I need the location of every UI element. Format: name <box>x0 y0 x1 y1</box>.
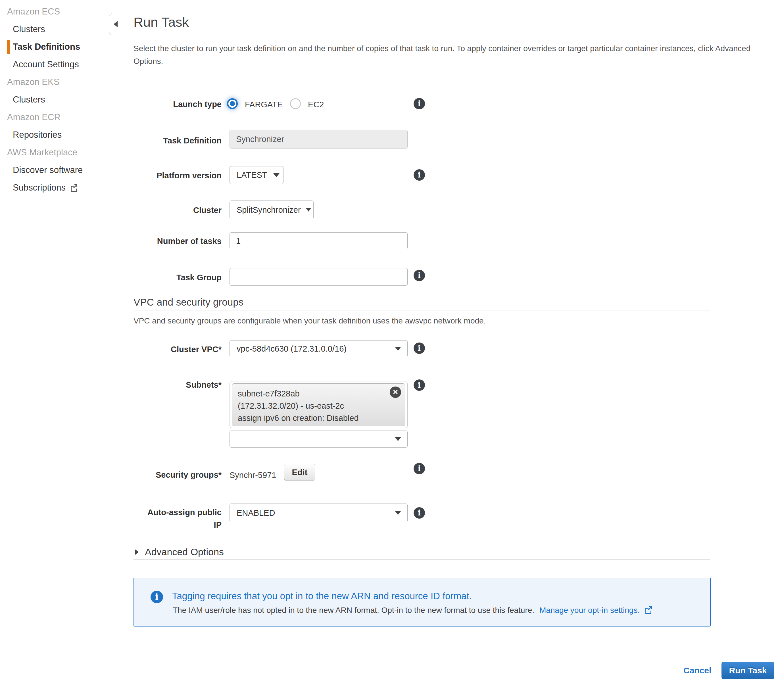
subnets-info-icon[interactable]: i <box>414 380 425 391</box>
sidebar-item-discover-software[interactable]: Discover software <box>7 161 121 179</box>
security-groups-value: Synchr-5971 <box>229 471 276 480</box>
notice-info-icon: i <box>151 591 163 603</box>
external-link-icon <box>70 183 78 192</box>
auto-assign-public-ip-dropdown[interactable]: ENABLED <box>229 503 407 522</box>
sidebar-header-amazon-eks: Amazon EKS <box>7 73 121 91</box>
task-group-info-icon[interactable]: i <box>414 270 425 281</box>
subnet-chip-line: assign ipv6 on creation: Disabled <box>238 412 399 424</box>
subnet-chip-line: (172.31.32.0/20) - us-east-2c <box>238 400 399 412</box>
task-definition-field[interactable] <box>229 130 407 149</box>
sidebar-item-clusters-eks[interactable]: Clusters <box>7 91 121 109</box>
advanced-options-label: Advanced Options <box>145 546 224 557</box>
caret-down-icon <box>273 173 279 177</box>
sidebar-item-task-definitions[interactable]: Task Definitions <box>7 38 121 56</box>
subnets-dropdown[interactable] <box>229 430 407 448</box>
auto-assign-public-ip-label: Auto-assign public IP <box>145 506 222 531</box>
notice-title: Tagging requires that you opt in to the … <box>172 591 472 602</box>
cluster-vpc-info-icon[interactable]: i <box>414 342 425 354</box>
cluster-label: Cluster <box>125 205 222 215</box>
number-of-tasks-label: Number of tasks <box>125 236 222 246</box>
launch-type-info-icon[interactable]: i <box>414 98 425 109</box>
sidebar-collapse-button[interactable] <box>109 13 122 35</box>
subnet-chip: subnet-e7f328ab (172.31.32.0/20) - us-ea… <box>232 383 405 426</box>
cancel-button[interactable]: Cancel <box>683 666 711 675</box>
sidebar-item-account-settings[interactable]: Account Settings <box>7 56 121 73</box>
platform-version-label: Platform version <box>125 171 222 180</box>
active-indicator <box>7 40 10 54</box>
caret-down-icon <box>306 208 311 211</box>
run-task-button[interactable]: Run Task <box>722 662 774 679</box>
sidebar-item-repositories[interactable]: Repositories <box>7 126 121 144</box>
sidebar-header-amazon-ecs: Amazon ECS <box>7 3 121 20</box>
external-link-icon <box>644 605 653 614</box>
subnets-selected-list: subnet-e7f328ab (172.31.32.0/20) - us-ea… <box>229 381 407 428</box>
number-of-tasks-input[interactable] <box>229 232 407 249</box>
security-groups-label: Security groups* <box>125 470 222 480</box>
tagging-notice-box: i Tagging requires that you opt in to th… <box>133 578 711 627</box>
remove-subnet-icon[interactable]: × <box>390 386 401 398</box>
task-group-input[interactable] <box>229 268 407 286</box>
task-definition-label: Task Definition <box>125 136 222 145</box>
vpc-section-description: VPC and security groups are configurable… <box>133 317 486 325</box>
launch-type-radio-ec2[interactable] <box>290 98 301 109</box>
page-description: Select the cluster to run your task defi… <box>133 42 774 68</box>
notice-body: The IAM user/role has not opted in to th… <box>173 605 653 615</box>
caret-down-icon <box>395 437 401 441</box>
advanced-options-toggle[interactable]: Advanced Options <box>135 546 224 557</box>
sidebar-header-amazon-ecr: Amazon ECR <box>7 109 121 126</box>
disclosure-caret-icon <box>135 549 139 555</box>
edit-security-groups-button[interactable]: Edit <box>284 464 315 481</box>
caret-down-icon <box>395 347 401 351</box>
sidebar-header-aws-marketplace: AWS Marketplace <box>7 144 121 161</box>
sidebar-item-subscriptions[interactable]: Subscriptions <box>7 179 121 196</box>
collapse-left-icon <box>114 21 118 27</box>
vpc-section-title: VPC and security groups <box>133 297 243 308</box>
title-divider <box>133 36 780 36</box>
manage-opt-in-settings-link[interactable]: Manage your opt-in settings. <box>539 606 640 615</box>
security-groups-info-icon[interactable]: i <box>414 463 425 474</box>
vpc-section-divider <box>133 310 710 310</box>
auto-assign-public-ip-info-icon[interactable]: i <box>414 507 425 519</box>
cluster-dropdown[interactable]: SplitSynchronizer <box>229 201 313 219</box>
task-group-label: Task Group <box>125 273 222 282</box>
radio-selected-dot-icon <box>230 101 235 106</box>
cluster-vpc-label: Cluster VPC* <box>125 344 222 354</box>
caret-down-icon <box>395 511 401 515</box>
platform-version-dropdown[interactable]: LATEST <box>229 166 284 184</box>
sidebar: Amazon ECS Clusters Task Definitions Acc… <box>0 0 121 685</box>
sidebar-item-clusters-ecs[interactable]: Clusters <box>7 20 121 38</box>
subnets-label: Subnets* <box>125 380 222 390</box>
cluster-vpc-dropdown[interactable]: vpc-58d4c630 (172.31.0.0/16) <box>229 340 407 357</box>
launch-type-label: Launch type <box>125 99 222 109</box>
subnet-chip-line: subnet-e7f328ab <box>238 388 399 400</box>
launch-type-option-fargate-label: FARGATE <box>245 100 282 109</box>
launch-type-radio-fargate[interactable] <box>227 98 238 109</box>
page-title: Run Task <box>133 14 189 30</box>
launch-type-option-ec2-label: EC2 <box>308 100 324 109</box>
run-task-page: Amazon ECS Clusters Task Definitions Acc… <box>0 0 784 685</box>
platform-version-info-icon[interactable]: i <box>414 169 425 181</box>
